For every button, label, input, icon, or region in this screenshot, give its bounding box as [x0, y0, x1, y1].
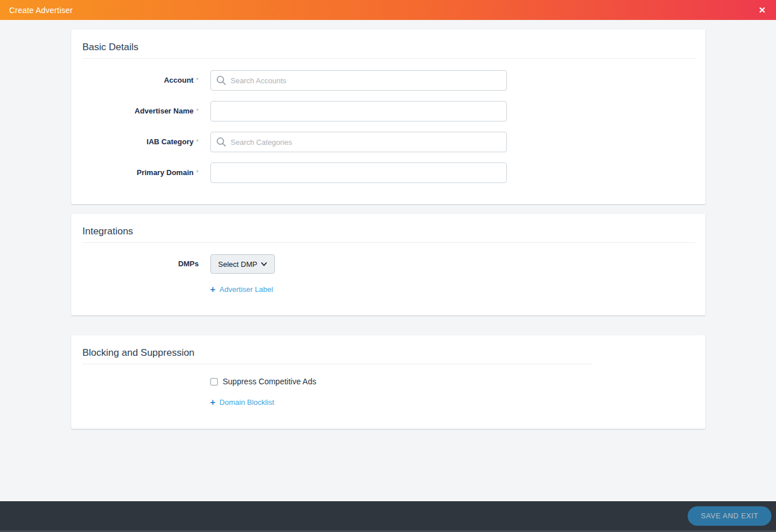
account-search-input[interactable]	[210, 70, 507, 91]
account-field-row: Account*	[83, 70, 695, 91]
basic-details-card: Basic Details Account* Advertiser Name*	[71, 30, 705, 204]
required-asterisk: *	[196, 107, 198, 115]
primary-domain-label: Primary Domain*	[83, 163, 199, 183]
advertiser-label-link-text: Advertiser Label	[220, 285, 273, 294]
divider	[83, 364, 592, 364]
integrations-card: Integrations DMPs Select DMP + Advertise…	[71, 214, 705, 315]
close-icon[interactable]: ✕	[756, 5, 768, 15]
primary-domain-field-row: Primary Domain*	[83, 163, 695, 183]
save-and-exit-button[interactable]: SAVE AND EXIT	[688, 506, 771, 526]
divider	[83, 242, 695, 243]
required-asterisk: *	[196, 168, 198, 177]
create-advertiser-page: Create Advertiser ✕ Basic Details Accoun…	[0, 0, 776, 532]
dmps-label: DMPs	[83, 254, 199, 274]
plus-icon: +	[210, 286, 216, 294]
select-dmp-label: Select DMP	[218, 260, 258, 269]
required-asterisk: *	[196, 76, 198, 84]
iab-category-search-input[interactable]	[210, 132, 507, 152]
blocking-suppression-card: Blocking and Suppression Suppress Compet…	[71, 335, 705, 429]
blocking-suppression-title: Blocking and Suppression	[83, 347, 695, 359]
account-label: Account*	[83, 70, 199, 91]
iab-category-field-row: IAB Category*	[83, 132, 695, 152]
add-domain-blocklist-link[interactable]: + Domain Blocklist	[210, 398, 274, 407]
iab-category-input-wrap	[210, 132, 507, 152]
suppress-competitive-ads-row: Suppress Competitive Ads	[210, 377, 316, 386]
basic-details-title: Basic Details	[83, 41, 695, 53]
primary-domain-input[interactable]	[210, 163, 507, 183]
select-dmp-dropdown[interactable]: Select DMP	[210, 254, 275, 274]
account-input-wrap	[210, 70, 507, 91]
domain-blocklist-link-text: Domain Blocklist	[220, 398, 274, 407]
dmps-field-row: DMPs Select DMP	[83, 254, 695, 274]
primary-domain-input-wrap	[210, 163, 507, 183]
suppress-competitive-ads-checkbox[interactable]	[210, 378, 218, 385]
required-asterisk: *	[196, 137, 198, 146]
integrations-title: Integrations	[83, 225, 695, 237]
plus-icon: +	[210, 399, 216, 407]
suppress-competitive-ads-label: Suppress Competitive Ads	[223, 377, 316, 386]
add-advertiser-label-link[interactable]: + Advertiser Label	[210, 285, 273, 294]
page-title: Create Advertiser	[9, 6, 73, 15]
footer-bar: SAVE AND EXIT	[0, 501, 776, 532]
iab-category-label: IAB Category*	[83, 132, 199, 152]
advertiser-name-field-row: Advertiser Name*	[83, 101, 695, 121]
chevron-down-icon	[261, 262, 267, 266]
advertiser-name-label: Advertiser Name*	[83, 101, 199, 121]
advertiser-name-input-wrap	[210, 101, 507, 121]
advertiser-name-input[interactable]	[210, 101, 507, 121]
form-content: Basic Details Account* Advertiser Name*	[0, 20, 776, 501]
divider	[83, 58, 695, 59]
modal-header: Create Advertiser ✕	[0, 0, 776, 20]
